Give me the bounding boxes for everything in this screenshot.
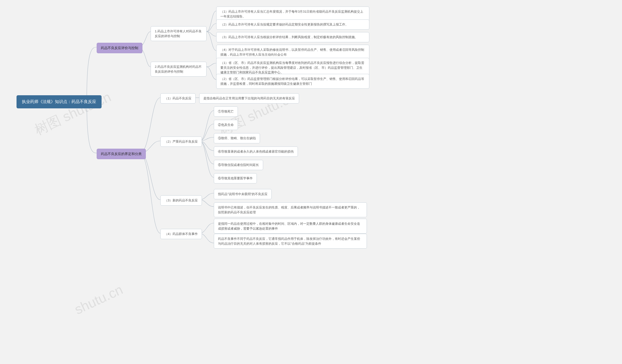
- b1-1-leaf-2[interactable]: （2）药品上市许可持有人应当按规定要求做好药品定期安全性更新报告的撰写及上报工作…: [216, 19, 369, 30]
- b1-1-leaf-3[interactable]: （3）药品上市许可持有人应当根据分析评价结果，判断风险程度，制定积极有效的风险控…: [216, 32, 369, 42]
- b2-3[interactable]: （3）新的药品不良反应: [160, 195, 202, 206]
- b2-2-6[interactable]: ⑥导致其他重要医学事件: [214, 173, 257, 183]
- b2-2-2[interactable]: ②危及生命: [214, 120, 238, 130]
- b2-2[interactable]: （2）严重药品不良反应: [160, 136, 202, 147]
- b2-3-2[interactable]: 说明书中已有描述，但不良反应发生的性质、程度、后果或者频率与说明书描述不一致或者…: [214, 202, 367, 217]
- watermark: shutu.cn: [72, 281, 125, 317]
- root-node[interactable]: 执业药师《法规》知识点：药品不良反应: [17, 95, 101, 108]
- b1-2-leaf-2[interactable]: （2）省（区、市）药品监督管理部门根据分析评价结果，可以采取暂停生产、销售、使用…: [216, 74, 369, 89]
- b2-2-5[interactable]: ⑤导致住院或者住院时间延长: [214, 160, 263, 170]
- b1-1-leaf-4[interactable]: （4）对于药品上市许可持有人采取的修改说明书，以及暂停药品生产、销售、使用或者召…: [216, 45, 369, 59]
- b2-4-1[interactable]: 是指同一药品在使用过程中，在相对集中的时间、区域内，对一定数量人群的身体健康或者…: [214, 219, 367, 233]
- b1-1-holder[interactable]: 1.药品上市许可持有人对药品不良反应的评价与控制: [151, 26, 207, 41]
- branch-evaluation-control[interactable]: 药品不良反应评价与控制: [97, 43, 142, 53]
- b2-4[interactable]: （4）药品群体不良事件: [160, 229, 202, 239]
- b2-3-1[interactable]: 指药品"说明书中未载明"的不良反应: [214, 189, 272, 199]
- b2-1-desc[interactable]: 是指合格药品在正常用法用量下出现的与用药目的无关的有害反应: [199, 93, 299, 103]
- branch-definition-classify[interactable]: 药品不良反应的界定和分类: [97, 149, 146, 159]
- b2-1[interactable]: （1）药品不良反应: [160, 93, 195, 103]
- b2-2-1[interactable]: ①导致死亡: [214, 106, 238, 117]
- b2-2-3[interactable]: ③致癌、致畸、致出生缺陷: [214, 133, 260, 143]
- b2-4-2[interactable]: 药品不良事件不同于药品不良反应，它通常指药品作用于机体，除发挥治疗功效外，有时还…: [214, 234, 367, 249]
- b1-2-institution[interactable]: 2.药品不良反应监测机构对药品不良反应的评价与控制: [151, 62, 207, 77]
- b1-1-leaf-1[interactable]: （1）药品上市许可持有人应当汇总年度情况，并于每年3月31日前向省级药品不良反应…: [216, 7, 369, 21]
- b2-2-4[interactable]: ④导致显著的或者永久的人体伤残或者器官功能的损伤: [214, 147, 298, 157]
